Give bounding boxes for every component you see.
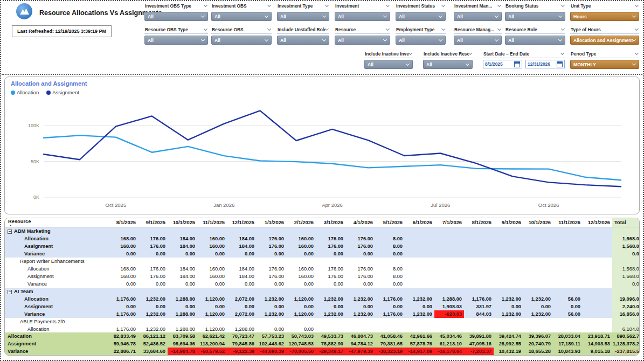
column-header[interactable]: 12/1/2026 bbox=[583, 218, 612, 227]
table-row[interactable]: Allocation1,176.001,232.001,288.001,120.… bbox=[5, 325, 639, 332]
chevron-down-icon[interactable] bbox=[468, 51, 472, 55]
chevron-down-icon[interactable] bbox=[635, 51, 639, 55]
column-header[interactable]: 6/1/2026 bbox=[405, 218, 434, 227]
slicer-dropdown-include-inactive-resources[interactable]: All bbox=[423, 60, 473, 69]
slicer-header-investment-status[interactable]: Investment Status bbox=[396, 3, 446, 10]
start-date-input[interactable]: 8/1/2025 bbox=[483, 60, 522, 68]
column-header[interactable]: 8/1/2026 bbox=[464, 218, 494, 227]
slicer-header-booking-status[interactable]: Booking Status bbox=[505, 3, 565, 10]
legend-item-assignment[interactable]: Assignment bbox=[46, 89, 79, 95]
end-date-input[interactable]: 12/31/2026 bbox=[525, 60, 565, 68]
chevron-down-icon[interactable] bbox=[267, 3, 271, 7]
column-header-resource[interactable]: Resource▲ bbox=[5, 218, 108, 227]
chevron-down-icon[interactable] bbox=[204, 3, 207, 7]
slicer-header-include-inactive-investments[interactable]: Include Inactive Investments? bbox=[364, 51, 413, 58]
slicer-header-resource[interactable]: Resource bbox=[335, 27, 390, 34]
slicer-dropdown-include-inactive-investments[interactable]: All bbox=[364, 60, 413, 69]
column-header[interactable]: 3/1/2026 bbox=[316, 218, 345, 227]
column-header[interactable]: 11/1/2025 bbox=[197, 218, 227, 227]
slicer-header-resource-manager[interactable]: Resource Manag... bbox=[454, 27, 502, 34]
table-row[interactable]: Variance22,886.7133,684.60-14,984.78-50,… bbox=[5, 348, 640, 355]
chevron-down-icon[interactable] bbox=[635, 27, 639, 31]
column-header[interactable]: 10/1/2026 bbox=[523, 218, 553, 227]
slicer-dropdown-include-unstaffed-roles[interactable]: All bbox=[277, 36, 329, 45]
calendar-icon[interactable] bbox=[557, 61, 563, 67]
table-row[interactable]: Variance1,176.001,232.001,288.001,120.00… bbox=[5, 310, 639, 318]
chevron-down-icon[interactable] bbox=[560, 51, 564, 55]
chevron-down-icon[interactable] bbox=[561, 3, 565, 7]
slicer-header-type-of-hours[interactable]: Type of Hours bbox=[570, 27, 639, 34]
column-header[interactable]: 8/1/2025 bbox=[108, 218, 138, 227]
chevron-down-icon[interactable] bbox=[561, 27, 565, 31]
slicer-header-employment-type[interactable]: Employment Type bbox=[396, 27, 446, 34]
chevron-down-icon[interactable] bbox=[325, 3, 329, 7]
slicer-header-investment[interactable]: Investment bbox=[335, 3, 390, 10]
slicer-dropdown-resource-obs[interactable]: All bbox=[211, 36, 272, 45]
slicer-dropdown-unit-type[interactable]: Hours bbox=[570, 12, 639, 21]
chevron-down-icon[interactable] bbox=[386, 27, 390, 31]
table-row[interactable]: Allocation168.00176.00184.00160.00184.00… bbox=[5, 265, 639, 273]
table-row[interactable]: Allocation168.00176.00184.00160.00184.00… bbox=[5, 235, 639, 242]
column-header[interactable]: 5/1/2026 bbox=[375, 218, 405, 227]
table-row[interactable]: Assignment168.00176.00184.00160.00184.00… bbox=[5, 273, 639, 280]
table-row[interactable]: −ABM Marketing bbox=[5, 227, 639, 235]
table-row[interactable]: Assignment168.00176.00184.00160.00184.00… bbox=[5, 242, 639, 250]
assignment-line[interactable] bbox=[44, 110, 621, 186]
table-row[interactable]: Allocation1,176.001,232.001,288.001,120.… bbox=[5, 295, 639, 303]
column-header[interactable]: 9/1/2025 bbox=[138, 218, 168, 227]
table-row[interactable]: Assignment59,946.7852,436.5298,694.36113… bbox=[5, 340, 640, 348]
table-row[interactable]: Assignment0.000.000.000.000.000.000.000.… bbox=[5, 303, 639, 310]
slicer-dropdown-investment-status[interactable]: All bbox=[396, 12, 446, 21]
table-row[interactable]: ABLE Payments 2/0 bbox=[5, 318, 639, 325]
chevron-down-icon[interactable] bbox=[408, 51, 412, 55]
column-header[interactable]: 11/1/2026 bbox=[553, 218, 583, 227]
slicer-header-investment-obs[interactable]: Investment OBS bbox=[211, 3, 272, 10]
chevron-down-icon[interactable] bbox=[204, 27, 207, 31]
slicer-dropdown-period-type[interactable]: MONTHLY bbox=[570, 60, 639, 69]
slicer-dropdown-resource[interactable]: All bbox=[335, 36, 390, 45]
slicer-header-investment-type[interactable]: Investment Type bbox=[277, 3, 329, 10]
table-row[interactable]: Variance0.000.000.000.000.000.000.000.00… bbox=[5, 250, 639, 258]
slicer-header-resource-obs[interactable]: Resource OBS bbox=[211, 27, 272, 34]
chevron-down-icon[interactable] bbox=[497, 3, 501, 7]
column-header[interactable]: 2/1/2026 bbox=[286, 218, 316, 227]
slicer-dropdown-type-of-hours[interactable]: Allocation and Assignment bbox=[570, 36, 639, 45]
table-row[interactable]: Report Writer Enhancements bbox=[5, 258, 639, 265]
slicer-dropdown-investment[interactable]: All bbox=[335, 12, 390, 21]
chevron-down-icon[interactable] bbox=[441, 27, 445, 31]
column-header[interactable]: 10/1/2025 bbox=[168, 218, 197, 227]
chevron-down-icon[interactable] bbox=[386, 3, 390, 7]
date-range-header[interactable]: Start Date – End Date bbox=[483, 51, 565, 58]
collapse-icon[interactable]: − bbox=[8, 290, 12, 294]
column-header[interactable]: 4/1/2026 bbox=[345, 218, 375, 227]
slicer-dropdown-investment-obs[interactable]: All bbox=[211, 12, 272, 21]
table-row[interactable]: −AI Team bbox=[5, 288, 639, 295]
slicer-header-investment-obs-type[interactable]: Investment OBS Type bbox=[144, 3, 208, 10]
slicer-dropdown-resource-role[interactable]: All bbox=[505, 36, 565, 45]
slicer-dropdown-booking-status[interactable]: All bbox=[505, 12, 565, 21]
slicer-dropdown-investment-type[interactable]: All bbox=[277, 12, 329, 21]
chevron-down-icon[interactable] bbox=[267, 27, 271, 31]
allocation-line[interactable] bbox=[44, 135, 621, 180]
column-header[interactable]: 12/1/2025 bbox=[227, 218, 257, 227]
column-header[interactable]: 9/1/2026 bbox=[494, 218, 523, 227]
column-header[interactable]: 7/1/2026 bbox=[434, 218, 464, 227]
collapse-icon[interactable]: − bbox=[8, 230, 12, 234]
table-row[interactable]: Allocation82,833.4986,121.1283,709.5862,… bbox=[5, 332, 640, 340]
slicer-header-investment-manager[interactable]: Investment Man... bbox=[454, 3, 502, 10]
slicer-dropdown-investment-obs-type[interactable]: All bbox=[144, 12, 208, 21]
column-header-total[interactable]: Total bbox=[612, 218, 640, 227]
table-row[interactable]: Variance0.000.000.000.000.000.000.000.00… bbox=[5, 280, 639, 288]
column-header[interactable]: 1/1/2026 bbox=[257, 218, 286, 227]
slicer-header-unit-type[interactable]: Unit Type bbox=[570, 3, 639, 10]
chevron-down-icon[interactable] bbox=[497, 27, 501, 31]
slicer-dropdown-employment-type[interactable]: All bbox=[396, 36, 446, 45]
slicer-dropdown-resource-obs-type[interactable]: All bbox=[144, 36, 208, 45]
chevron-down-icon[interactable] bbox=[635, 3, 639, 7]
calendar-icon[interactable] bbox=[514, 61, 520, 67]
slicer-header-resource-role[interactable]: Resource Role bbox=[505, 27, 565, 34]
chevron-down-icon[interactable] bbox=[325, 27, 329, 31]
slicer-header-include-unstaffed-roles[interactable]: Include Unstaffed Roles? bbox=[277, 27, 329, 34]
slicer-header-resource-obs-type[interactable]: Resource OBS Type bbox=[144, 27, 208, 34]
chevron-down-icon[interactable] bbox=[441, 3, 445, 7]
